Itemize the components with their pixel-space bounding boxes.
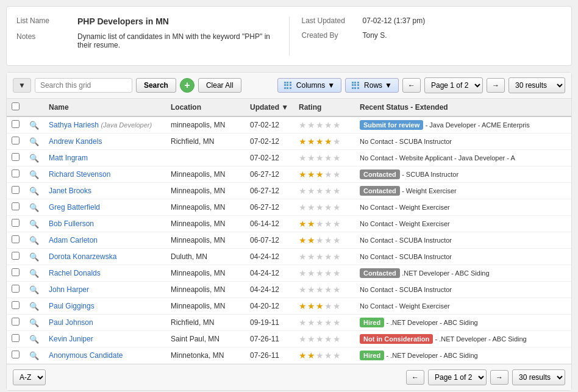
- star-rating[interactable]: ★★★★★: [299, 285, 341, 294]
- row-checkbox[interactable]: [12, 268, 20, 276]
- row-checkbox-cell: [7, 116, 24, 134]
- candidate-link[interactable]: Sathya Hariesh: [49, 121, 99, 129]
- row-search-icon[interactable]: 🔍: [29, 285, 39, 294]
- star-rating[interactable]: ★★★★★: [299, 137, 341, 146]
- star-rating[interactable]: ★★★★★: [299, 252, 341, 262]
- star-rating[interactable]: ★★★★★: [299, 186, 341, 196]
- row-checkbox[interactable]: [12, 301, 20, 309]
- header-name[interactable]: Name: [44, 99, 166, 116]
- clear-button[interactable]: Clear All: [198, 78, 241, 93]
- rows-button[interactable]: Rows ▼: [345, 78, 399, 93]
- bottom-next-button[interactable]: →: [490, 370, 508, 385]
- star-rating[interactable]: ★★★★★: [299, 120, 341, 130]
- status-text: No Contact - SCUBA Instructor: [360, 138, 452, 145]
- star-rating[interactable]: ★★★★★: [299, 169, 341, 179]
- bottom-prev-button[interactable]: ←: [406, 370, 424, 385]
- row-checkbox[interactable]: [12, 285, 20, 293]
- star-4: ★: [324, 153, 332, 163]
- row-search-icon[interactable]: 🔍: [29, 219, 39, 229]
- header-updated[interactable]: Updated ▼: [245, 99, 294, 116]
- row-name-cell: Kevin Juniper: [44, 331, 166, 347]
- prev-page-button[interactable]: ←: [402, 78, 421, 93]
- star-rating[interactable]: ★★★★★: [299, 301, 341, 311]
- candidate-link[interactable]: Janet Brooks: [49, 187, 91, 195]
- row-checkbox[interactable]: [12, 334, 20, 342]
- row-search-icon[interactable]: 🔍: [29, 121, 39, 130]
- candidate-link[interactable]: Paul Giggings: [49, 302, 95, 310]
- star-1: ★: [299, 351, 307, 360]
- columns-button[interactable]: Columns ▼: [277, 78, 341, 93]
- star-rating[interactable]: ★★★★★: [299, 268, 341, 278]
- row-checkbox-cell: [7, 216, 24, 232]
- row-checkbox[interactable]: [12, 351, 20, 358]
- row-checkbox[interactable]: [12, 202, 20, 210]
- row-search-icon[interactable]: 🔍: [29, 137, 39, 146]
- candidate-link[interactable]: Anonymous Candidate: [49, 351, 123, 360]
- results-select[interactable]: 30 results 50 results 100 results: [508, 77, 565, 93]
- row-search-icon[interactable]: 🔍: [29, 203, 39, 212]
- candidate-link[interactable]: Matt Ingram: [49, 154, 88, 162]
- row-checkbox[interactable]: [12, 252, 20, 260]
- candidate-link[interactable]: Paul Johnson: [49, 318, 93, 327]
- page-select[interactable]: Page 1 of 2 Page 2 of 2: [424, 77, 483, 93]
- candidate-link[interactable]: John Harper: [49, 285, 89, 294]
- row-search-icon[interactable]: 🔍: [29, 170, 39, 179]
- row-checkbox[interactable]: [12, 219, 20, 227]
- row-checkbox[interactable]: [12, 153, 20, 161]
- row-rating-cell: ★★★★★: [294, 265, 355, 282]
- row-search-icon[interactable]: 🔍: [29, 302, 39, 311]
- row-updated-cell: 06-27-12: [245, 183, 294, 199]
- star-rating[interactable]: ★★★★★: [299, 153, 341, 163]
- candidate-link[interactable]: Rachel Donalds: [49, 269, 101, 277]
- row-rating-cell: ★★★★★: [294, 216, 355, 232]
- row-search-icon[interactable]: 🔍: [29, 351, 39, 360]
- candidate-link[interactable]: Bob Fullerson: [49, 219, 94, 228]
- candidate-link[interactable]: Greg Batterfield: [49, 203, 100, 212]
- bottom-results-select[interactable]: 30 results 50 results: [512, 369, 565, 385]
- candidate-link[interactable]: Dorota Konarzewska: [49, 252, 116, 261]
- sort-select[interactable]: A-Z Z-A: [13, 369, 46, 385]
- row-checkbox-cell: [7, 150, 24, 166]
- table-row: 🔍 Bob Fullerson Minneapolis, MN 06-14-12…: [7, 216, 571, 232]
- row-updated-cell: 04-24-12: [245, 249, 294, 265]
- star-1: ★: [299, 252, 307, 262]
- search-input[interactable]: [35, 78, 132, 93]
- candidate-link[interactable]: Adam Carleton: [49, 236, 98, 244]
- row-search-icon[interactable]: 🔍: [29, 335, 39, 344]
- header-checkbox: [7, 99, 24, 116]
- search-button[interactable]: Search: [136, 78, 176, 93]
- star-rating[interactable]: ★★★★★: [299, 318, 341, 327]
- bottom-page-select[interactable]: Page 1 of 2 Page 2 of 2: [428, 369, 487, 385]
- row-search-icon[interactable]: 🔍: [29, 252, 39, 262]
- row-checkbox[interactable]: [12, 120, 20, 128]
- row-checkbox[interactable]: [12, 137, 20, 144]
- add-button[interactable]: +: [180, 78, 194, 93]
- row-search-icon[interactable]: 🔍: [29, 154, 39, 163]
- row-status-cell: No Contact - SCUBA Instructor: [355, 232, 571, 249]
- row-search-icon[interactable]: 🔍: [29, 269, 39, 278]
- star-2: ★: [307, 334, 315, 344]
- star-rating[interactable]: ★★★★★: [299, 351, 341, 360]
- row-checkbox[interactable]: [12, 318, 20, 326]
- row-checkbox[interactable]: [12, 169, 20, 177]
- star-rating[interactable]: ★★★★★: [299, 334, 341, 344]
- filter-button[interactable]: ▼: [13, 78, 31, 93]
- select-all-checkbox[interactable]: [12, 102, 20, 110]
- row-checkbox[interactable]: [12, 186, 20, 194]
- candidate-link[interactable]: Richard Stevenson: [49, 170, 110, 179]
- star-rating[interactable]: ★★★★★: [299, 235, 341, 245]
- row-search-icon[interactable]: 🔍: [29, 318, 39, 327]
- row-search-icon[interactable]: 🔍: [29, 187, 39, 196]
- row-search-cell: 🔍: [24, 116, 44, 134]
- row-checkbox[interactable]: [12, 235, 20, 243]
- row-updated-cell: 07-02-12: [245, 134, 294, 150]
- star-rating[interactable]: ★★★★★: [299, 219, 341, 229]
- candidate-link[interactable]: Andrew Kandels: [49, 137, 102, 146]
- row-location: Minneapolis, MN: [171, 219, 225, 228]
- star-rating[interactable]: ★★★★★: [299, 202, 341, 212]
- row-rating-cell: ★★★★★: [294, 347, 355, 364]
- candidate-link[interactable]: Kevin Juniper: [49, 335, 93, 343]
- row-search-icon[interactable]: 🔍: [29, 236, 39, 245]
- next-page-button[interactable]: →: [487, 78, 505, 93]
- columns-label: Columns: [296, 81, 325, 90]
